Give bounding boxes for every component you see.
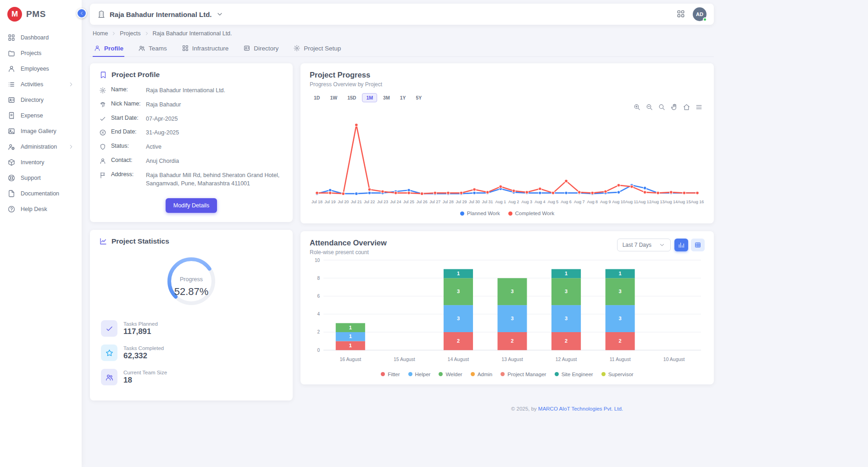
tab-label: Infrastructure: [192, 45, 229, 52]
view-toggle-table[interactable]: [691, 239, 705, 251]
sidebar-item-icon: [7, 174, 16, 182]
sidebar-item-image-gallery[interactable]: Image Gallery: [0, 123, 82, 139]
legend-item-completed-work[interactable]: Completed Work: [508, 211, 554, 216]
range-button-1y[interactable]: 1Y: [396, 93, 410, 102]
days-filter-select[interactable]: Last 7 Days: [617, 239, 671, 251]
toolbar-icon-zoom[interactable]: [658, 103, 666, 111]
svg-text:Jul 18: Jul 18: [312, 200, 323, 204]
view-toggles: [674, 239, 705, 251]
legend-label: Planned Work: [467, 211, 500, 216]
sidebar-item-icon: [7, 33, 16, 42]
breadcrumb-item[interactable]: Projects: [120, 30, 140, 37]
sidebar-item-support[interactable]: Support: [0, 170, 82, 186]
svg-text:Aug 7: Aug 7: [574, 200, 585, 204]
breadcrumb-item[interactable]: Raja Bahadur International Ltd.: [153, 30, 232, 37]
view-toggle-bar-chart[interactable]: [674, 239, 688, 251]
toggle-icon: [678, 241, 685, 249]
field-icon: [99, 115, 106, 122]
online-status-dot: [703, 17, 707, 22]
legend-item-supervisor[interactable]: Supervisor: [601, 372, 634, 377]
legend-dot: [408, 372, 412, 376]
svg-text:1: 1: [349, 325, 352, 330]
svg-text:Jul 30: Jul 30: [469, 200, 480, 204]
range-button-3m[interactable]: 3M: [379, 93, 394, 102]
main-area: Raja Bahadur International Ltd. AD Home: [82, 0, 868, 411]
stat-value: 117,891: [123, 327, 158, 336]
toolbar-icon-home[interactable]: [683, 103, 690, 111]
sidebar-item-dashboard[interactable]: Dashboard: [0, 30, 82, 45]
legend-item-planned-work[interactable]: Planned Work: [460, 211, 500, 216]
avatar[interactable]: AD: [693, 7, 707, 21]
breadcrumb-item[interactable]: Home: [93, 30, 108, 37]
tab-directory[interactable]: Directory: [242, 40, 279, 57]
legend-label: Admin: [478, 372, 493, 377]
svg-text:Aug 5: Aug 5: [548, 200, 559, 204]
toolbar-icon-pan[interactable]: [670, 103, 678, 111]
range-button-1d[interactable]: 1D: [310, 93, 324, 102]
chevron-right-icon: [68, 144, 74, 150]
toolbar-icon-menu[interactable]: [695, 103, 703, 111]
sidebar-item-administration[interactable]: Administration: [0, 139, 82, 155]
modify-details-button[interactable]: Modify Details: [166, 198, 217, 213]
sidebar-collapse-button[interactable]: [77, 8, 87, 18]
sidebar-item-icon: [7, 65, 16, 73]
svg-text:Jul 26: Jul 26: [417, 200, 428, 204]
project-statistics-title: Project Statistics: [111, 237, 169, 245]
svg-text:Jul 23: Jul 23: [377, 200, 388, 204]
sidebar-item-expense[interactable]: Expense: [0, 108, 82, 123]
svg-text:3: 3: [457, 316, 460, 321]
legend-item-admin[interactable]: Admin: [471, 372, 493, 377]
svg-text:3: 3: [619, 289, 622, 294]
svg-text:Jul 25: Jul 25: [403, 200, 414, 204]
legend-label: Site Engineer: [562, 372, 593, 377]
tab-profile[interactable]: Profile: [93, 40, 124, 57]
tab-infrastructure[interactable]: Infrastructure: [181, 40, 230, 57]
svg-text:Aug 10: Aug 10: [612, 200, 625, 204]
field-value: Active: [146, 143, 161, 151]
tab-project-setup[interactable]: Project Setup: [292, 40, 342, 57]
company-name: Raja Bahadur International Ltd.: [110, 11, 212, 18]
sidebar-item-employees[interactable]: Employees: [0, 61, 82, 77]
apps-grid-button[interactable]: [676, 9, 685, 20]
legend-item-site-engineer[interactable]: Site Engineer: [555, 372, 593, 377]
toolbar-icon-zoom-in[interactable]: [633, 103, 641, 111]
footer: © 2025, by MARCO AIoT Technologies Pvt. …: [90, 406, 714, 411]
svg-text:1: 1: [619, 271, 622, 276]
sidebar-item-icon: [7, 143, 16, 151]
svg-text:8: 8: [317, 276, 320, 281]
company-selector[interactable]: Raja Bahadur International Ltd.: [97, 10, 223, 18]
field-label: Contact:: [111, 157, 141, 163]
legend-dot: [471, 372, 475, 376]
toolbar-icon-zoom-out[interactable]: [645, 103, 653, 111]
range-button-1w[interactable]: 1W: [326, 93, 341, 102]
sidebar-item-projects[interactable]: Projects: [0, 45, 82, 61]
range-button-1m[interactable]: 1M: [362, 93, 377, 102]
footer-company-link[interactable]: MARCO AIoT Technologies Pvt. Ltd.: [538, 406, 623, 411]
legend-dot: [439, 372, 443, 376]
range-button-5y[interactable]: 5Y: [412, 93, 426, 102]
legend-item-fitter[interactable]: Fitter: [381, 372, 400, 377]
field-value: Anuj Chordia: [146, 157, 179, 166]
sidebar-item-activities[interactable]: Activities: [0, 77, 82, 92]
tab-label: Project Setup: [304, 45, 341, 52]
legend-item-welder[interactable]: Welder: [439, 372, 462, 377]
profile-field-row: Nick Name: Raja Bahadur: [99, 98, 284, 112]
topbar: Raja Bahadur International Ltd. AD: [90, 4, 714, 25]
legend-item-project-manager[interactable]: Project Manager: [501, 372, 546, 377]
svg-text:2: 2: [317, 330, 320, 335]
project-progress-card: Project Progress Progress Overview by Pr…: [300, 63, 714, 223]
gauge-value: 52.87%: [174, 286, 209, 297]
tab-teams[interactable]: Teams: [137, 40, 168, 57]
sidebar-item-inventory[interactable]: Inventory: [0, 155, 82, 170]
sidebar-item-help-desk[interactable]: Help Desk: [0, 201, 82, 217]
attendance-chart-canvas: 024681011116 August15 August233114 Augus…: [310, 256, 705, 367]
days-filter-value: Last 7 Days: [623, 242, 651, 248]
sidebar-item-label: Help Desk: [21, 206, 47, 212]
sidebar-item-directory[interactable]: Directory: [0, 92, 82, 108]
profile-field-row: Status: Active: [99, 140, 284, 154]
svg-text:Jul 28: Jul 28: [443, 200, 454, 204]
range-button-15d[interactable]: 15D: [343, 93, 360, 102]
app-logo[interactable]: M PMS: [0, 0, 82, 28]
sidebar-item-documentation[interactable]: Documentation: [0, 186, 82, 201]
legend-item-helper[interactable]: Helper: [408, 372, 431, 377]
